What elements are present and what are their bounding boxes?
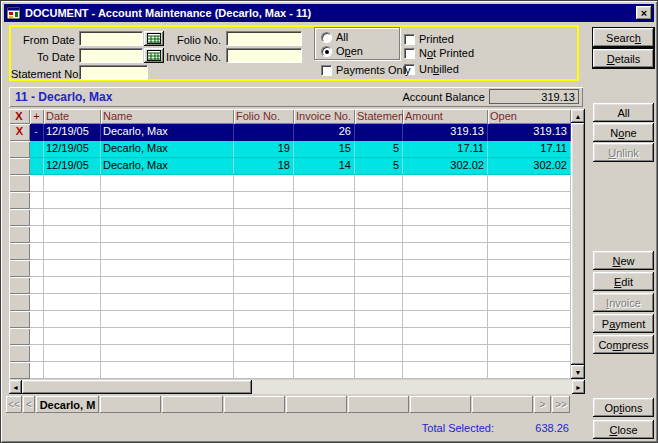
tab-decarlo-m[interactable]: Decarlo, M [36,396,99,413]
new-button[interactable]: New [593,251,654,270]
empty-grid-row[interactable] [9,175,571,192]
grid-vertical-scrollbar[interactable]: ▲ ▼ [571,109,585,379]
invoice-no-input[interactable] [226,48,302,63]
close-button[interactable]: Close [593,420,654,439]
unbilled-checkbox-label: Unbilled [419,63,459,75]
header-open[interactable]: Open [488,109,571,124]
empty-account-tab[interactable] [286,396,347,413]
grid-row-selected[interactable]: X - 12/19/05 Decarlo, Max 26 319.13 319.… [9,124,571,141]
folio-no-input[interactable] [226,31,302,46]
from-date-input[interactable] [79,31,143,46]
empty-account-tab[interactable] [100,396,161,413]
titlebar: DOCUMENT - Account Maintenance (Decarlo,… [4,4,654,22]
account-tab-strip: << < Decarlo, M > >> [6,396,570,413]
scroll-up-icon[interactable]: ▲ [571,109,585,123]
total-selected-label: Total Selected: [422,422,494,434]
empty-grid-row[interactable] [9,260,571,277]
header-statement[interactable]: Statement [355,109,403,124]
header-name[interactable]: Name [101,109,234,124]
empty-grid-row[interactable] [9,226,571,243]
to-date-label: To Date [11,51,75,63]
empty-grid-row[interactable] [9,209,571,226]
checkbox-icon [404,34,415,45]
pager-prev-button[interactable]: < [23,396,35,413]
payments-only-checkbox-label: Payments Only [336,64,411,76]
empty-grid-row[interactable] [9,294,571,311]
empty-account-tab[interactable] [162,396,223,413]
empty-grid-row[interactable] [9,311,571,328]
compress-button[interactable]: Compress [593,335,654,354]
header-plus[interactable]: + [30,109,44,124]
edit-button[interactable]: Edit [593,272,654,291]
document-account-maintenance-window: DOCUMENT - Account Maintenance (Decarlo,… [0,0,658,443]
header-invoice-no[interactable]: Invoice No. [294,109,355,124]
row-unselect-cell[interactable]: X [9,124,30,141]
not-printed-checkbox-label: Not Printed [419,47,474,59]
account-balance-label: Account Balance [402,91,485,103]
folio-no-label: Folio No. [151,34,221,46]
details-button[interactable]: Details [593,49,654,68]
scroll-left-icon[interactable]: ◄ [9,380,22,394]
unlink-button: Unlink [593,143,654,162]
account-balance-value: 319.13 [489,89,579,104]
row-select-cell[interactable] [9,141,30,158]
empty-grid-row[interactable] [9,345,571,362]
empty-grid-row[interactable] [9,192,571,209]
empty-grid-row[interactable] [9,243,571,260]
vertical-scroll-thumb[interactable] [571,123,585,365]
horizontal-scroll-thumb[interactable] [22,380,252,394]
invoice-button: Invoice [593,293,654,312]
all-radio-label: All [336,31,348,43]
empty-account-tab[interactable] [224,396,285,413]
all-button[interactable]: All [593,103,654,122]
pager-last-button[interactable]: >> [552,396,570,413]
pager-first-button[interactable]: << [6,396,22,413]
header-folio-no[interactable]: Folio No. [234,109,294,124]
empty-account-tab[interactable] [410,396,471,413]
pager-next-button[interactable]: > [534,396,551,413]
checkbox-icon [321,65,332,76]
unbilled-checkbox[interactable]: Unbilled [404,63,459,75]
filter-panel: From Date Folio No. To Date Invoice No. … [9,25,579,81]
empty-grid-row[interactable] [9,362,571,379]
radio-icon [321,46,332,57]
search-button[interactable]: Search [593,28,654,47]
total-selected-value: 638.26 [535,422,569,434]
options-button[interactable]: Options [593,398,654,417]
grid-header-row: X + Date Name Folio No. Invoice No. Stat… [9,109,571,124]
payment-button[interactable]: Payment [593,314,654,333]
printed-checkbox-label: Printed [419,33,454,45]
account-bar: 11 - Decarlo, Max Account Balance 319.13 [9,87,583,107]
not-printed-checkbox[interactable]: Not Printed [404,47,474,59]
grid-row[interactable]: 12/19/05 Decarlo, Max 18 14 5 302.02 302… [9,158,571,175]
row-select-cell[interactable] [9,158,30,175]
statement-no-input[interactable] [79,65,148,80]
header-amount[interactable]: Amount [403,109,488,124]
scroll-right-icon[interactable]: ► [572,380,585,394]
header-date[interactable]: Date [44,109,101,124]
none-button[interactable]: None [593,123,654,142]
checkbox-icon [404,48,415,59]
radio-icon [321,32,332,43]
open-radio[interactable]: Open [321,45,363,57]
documents-grid: X + Date Name Folio No. Invoice No. Stat… [9,109,571,379]
empty-account-tab[interactable] [472,396,533,413]
app-icon [6,6,22,20]
empty-account-tab[interactable] [348,396,409,413]
open-radio-label: Open [336,45,363,57]
scroll-down-icon[interactable]: ▼ [571,365,585,379]
window-title: DOCUMENT - Account Maintenance (Decarlo,… [25,7,636,19]
grid-row[interactable]: 12/19/05 Decarlo, Max 19 15 5 17.11 17.1… [9,141,571,158]
to-date-input[interactable] [79,48,143,63]
account-title: 11 - Decarlo, Max [15,90,112,104]
empty-grid-row[interactable] [9,328,571,345]
all-radio[interactable]: All [321,31,348,43]
grid-horizontal-scrollbar[interactable]: ◄ ► [9,380,585,394]
statement-no-label: Statement No. [11,68,75,80]
header-x[interactable]: X [9,109,30,124]
empty-grid-row[interactable] [9,277,571,294]
payments-only-checkbox[interactable]: Payments Only [321,64,411,76]
printed-checkbox[interactable]: Printed [404,33,454,45]
close-icon[interactable]: × [636,6,652,20]
scope-radio-group: All Open [314,27,400,60]
